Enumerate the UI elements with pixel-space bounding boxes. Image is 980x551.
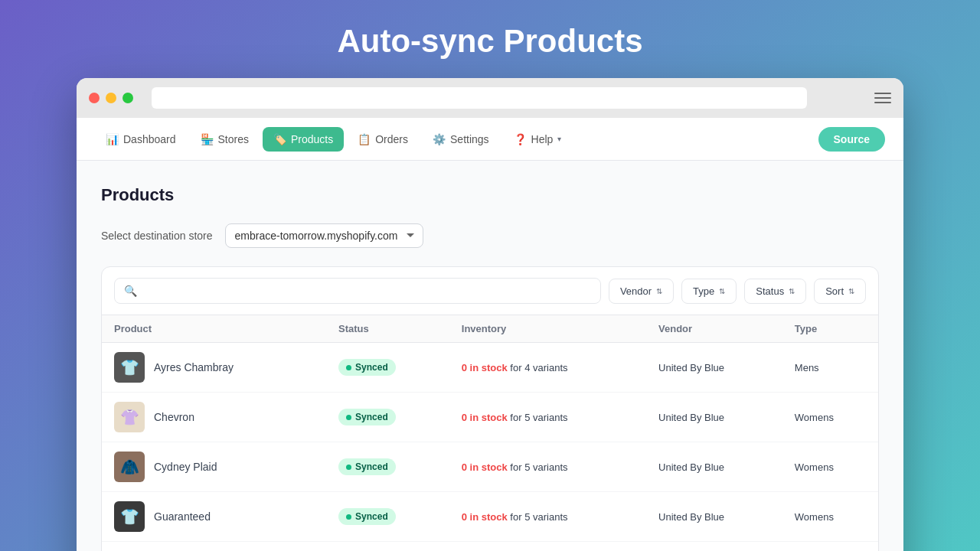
status-cell-3: Synced: [326, 492, 449, 542]
zero-stock: 0 in stock: [462, 412, 508, 423]
type-name: Womens: [795, 511, 834, 523]
nav-label-products: Products: [291, 133, 333, 145]
inventory-cell-4: 0 in stock for 5 variants: [449, 542, 646, 552]
nav-item-settings[interactable]: ⚙️ Settings: [422, 127, 500, 152]
table-row[interactable]: 👚 Chevron Synced 0 in stock for 5 varian…: [102, 393, 878, 442]
type-name: Mens: [795, 362, 819, 373]
vendor-cell-1: United By Blue: [646, 393, 782, 442]
product-thumbnail: 👕: [114, 352, 145, 383]
store-selector-dropdown[interactable]: embrace-tomorrow.myshopify.com: [225, 223, 423, 248]
close-dot[interactable]: [89, 93, 100, 103]
maximize-dot[interactable]: [122, 93, 133, 103]
synced-dot-icon: [346, 465, 351, 470]
table-row[interactable]: 🧥 Cydney Plaid Synced 0 in stock for 5 v…: [102, 442, 878, 492]
type-chevron-icon: ⇅: [719, 287, 725, 295]
status-cell-4: Synced: [326, 542, 449, 552]
status-cell-0: Synced: [326, 343, 449, 393]
status-cell-1: Synced: [326, 393, 449, 442]
table-header: Product Status Inventory Vendor Type: [102, 315, 878, 343]
nav-item-stores[interactable]: 🏪 Stores: [190, 127, 260, 152]
synced-dot-icon: [346, 415, 351, 420]
source-button[interactable]: Source: [818, 127, 885, 152]
inventory-cell-1: 0 in stock for 5 variants: [449, 393, 646, 442]
zero-stock: 0 in stock: [462, 461, 508, 473]
vendor-filter-button[interactable]: Vendor ⇅: [609, 279, 674, 304]
nav-item-help[interactable]: ❓ Help ▾: [503, 127, 573, 152]
product-thumbnail: 🧥: [114, 452, 145, 482]
orders-icon: 📋: [358, 133, 371, 145]
browser-content: 📊 Dashboard 🏪 Stores 🏷️ Products 📋 Order…: [77, 118, 903, 551]
store-selector-row: Select destination store embrace-tomorro…: [101, 223, 879, 248]
product-cell-4: 👘 Harriet Chambray: [102, 542, 326, 552]
type-filter-button[interactable]: Type ⇅: [681, 279, 737, 304]
nav-label-dashboard: Dashboard: [123, 133, 176, 145]
help-icon: ❓: [514, 133, 527, 145]
inventory-text: 0 in stock for 4 variants: [462, 362, 568, 373]
status-badge: Synced: [338, 508, 396, 525]
vendor-filter-label: Vendor: [620, 285, 652, 297]
status-filter-label: Status: [756, 285, 784, 297]
help-chevron-icon: ▾: [557, 135, 561, 143]
menu-icon[interactable]: [874, 93, 891, 103]
type-cell-2: Womens: [782, 442, 878, 492]
search-input[interactable]: [143, 285, 591, 297]
search-icon: 🔍: [124, 285, 137, 297]
product-thumbnail: 👕: [114, 501, 145, 532]
product-name: Ayres Chambray: [154, 361, 234, 373]
nav-item-orders[interactable]: 📋 Orders: [347, 127, 419, 152]
browser-titlebar: [77, 78, 903, 118]
synced-dot-icon: [346, 365, 351, 370]
browser-window: 📊 Dashboard 🏪 Stores 🏷️ Products 📋 Order…: [77, 78, 903, 551]
nav-item-products[interactable]: 🏷️ Products: [263, 127, 344, 152]
inventory-cell-3: 0 in stock for 5 variants: [449, 492, 646, 542]
inventory-text: 0 in stock for 5 variants: [462, 461, 568, 473]
table-row[interactable]: 👕 Ayres Chambray Synced 0 in stock for 4…: [102, 343, 878, 393]
col-inventory: Inventory: [449, 315, 646, 343]
vendor-chevron-icon: ⇅: [656, 287, 662, 295]
product-table: Product Status Inventory Vendor Type 👕 A…: [102, 315, 878, 551]
product-name: Chevron: [154, 411, 194, 423]
address-bar[interactable]: [152, 87, 807, 109]
table-row[interactable]: 👕 Guaranteed Synced 0 in stock for 5 var…: [102, 492, 878, 542]
zero-stock: 0 in stock: [462, 511, 508, 523]
status-badge: Synced: [338, 409, 396, 425]
minimize-dot[interactable]: [106, 93, 116, 103]
type-cell-1: Womens: [782, 393, 878, 442]
inventory-text: 0 in stock for 5 variants: [462, 412, 568, 423]
vendor-cell-4: United By Blue: [646, 542, 782, 552]
inventory-cell-2: 0 in stock for 5 variants: [449, 442, 646, 492]
status-chevron-icon: ⇅: [789, 287, 795, 295]
settings-icon: ⚙️: [433, 133, 446, 145]
status-filter-button[interactable]: Status ⇅: [744, 279, 806, 304]
vendor-cell-3: United By Blue: [646, 492, 782, 542]
vendor-name: United By Blue: [658, 362, 724, 373]
zero-stock: 0 in stock: [462, 362, 508, 373]
table-body: 👕 Ayres Chambray Synced 0 in stock for 4…: [102, 343, 878, 552]
type-cell-4: Womens: [782, 542, 878, 552]
nav-label-stores: Stores: [218, 133, 249, 145]
table-container: 🔍 Vendor ⇅ Type ⇅ Status ⇅: [101, 266, 879, 551]
vendor-name: United By Blue: [658, 461, 724, 473]
table-row[interactable]: 👘 Harriet Chambray Synced 0 in stock for…: [102, 542, 878, 552]
inventory-cell-0: 0 in stock for 4 variants: [449, 343, 646, 393]
type-cell-0: Mens: [782, 343, 878, 393]
nav-item-dashboard[interactable]: 📊 Dashboard: [95, 127, 187, 152]
nav-label-orders: Orders: [375, 133, 408, 145]
store-selector-label: Select destination store: [101, 230, 213, 242]
vendor-cell-0: United By Blue: [646, 343, 782, 393]
stores-icon: 🏪: [201, 133, 214, 145]
product-name: Guaranteed: [154, 510, 211, 523]
section-title: Products: [101, 185, 879, 205]
sort-label: Sort: [825, 285, 844, 297]
search-box: 🔍: [114, 278, 601, 304]
product-cell-3: 👕 Guaranteed: [102, 492, 326, 542]
product-cell-1: 👚 Chevron: [102, 393, 326, 442]
product-name: Cydney Plaid: [154, 461, 217, 473]
page-title: Auto-sync Products: [337, 23, 642, 60]
table-toolbar: 🔍 Vendor ⇅ Type ⇅ Status ⇅: [102, 267, 878, 315]
products-icon: 🏷️: [273, 133, 286, 145]
type-name: Womens: [795, 461, 834, 473]
type-cell-3: Womens: [782, 492, 878, 542]
sort-button[interactable]: Sort ⇅: [814, 279, 866, 304]
inventory-text: 0 in stock for 5 variants: [462, 511, 568, 523]
